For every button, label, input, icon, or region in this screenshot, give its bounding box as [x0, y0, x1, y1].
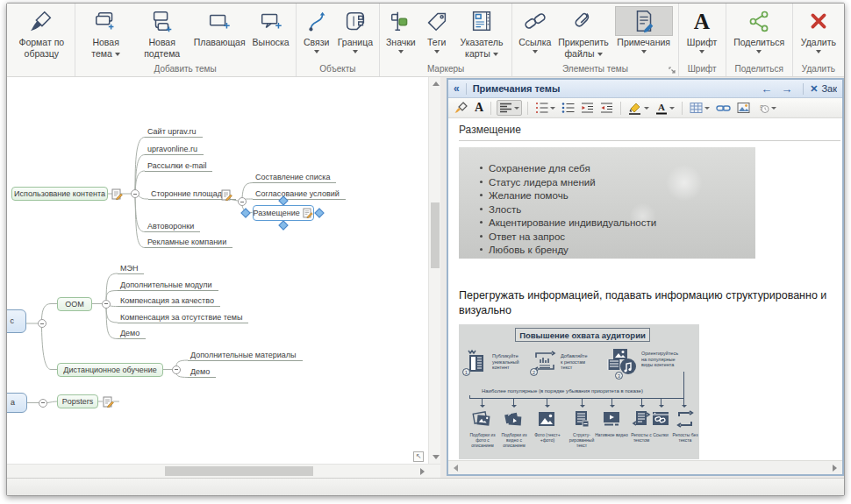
- topic-comp-quality[interactable]: Компенсация за качество: [118, 296, 220, 307]
- topic-demo-2[interactable]: Демо: [188, 367, 216, 378]
- close-panel-button[interactable]: ✕Зак: [810, 83, 837, 95]
- topic-list-building[interactable]: Составление списка: [253, 173, 336, 183]
- collapse-minus-button[interactable]: [172, 366, 181, 374]
- video-collection-icon: [504, 409, 523, 429]
- numbered-list-button[interactable]: [533, 101, 557, 115]
- note-editor-body[interactable]: Размещение Сохранение для себя Статус ли…: [448, 118, 842, 460]
- topic-terms[interactable]: Согласование условий: [253, 189, 346, 200]
- topic-ads[interactable]: Рекламные компании: [145, 238, 232, 248]
- callout-button[interactable]: Выноска: [250, 5, 292, 50]
- font-icon: A: [475, 102, 483, 114]
- note-title[interactable]: Размещение: [459, 124, 842, 140]
- dialog-launcher-icon[interactable]: [669, 67, 676, 75]
- topic-popsters[interactable]: Popsters: [57, 394, 98, 408]
- topic-men[interactable]: МЭН: [118, 264, 144, 274]
- scroll-left-arrow-icon[interactable]: [454, 465, 458, 472]
- font-button[interactable]: A Шрифт: [684, 5, 720, 55]
- new-subtopic-label: Новая подтема: [144, 37, 180, 59]
- tags-icon: [423, 7, 451, 35]
- ribbon-group-topic-elements: Ссылка Прикрепить файлы Примечания Элеме…: [511, 4, 678, 76]
- collapse-panel-button[interactable]: «: [454, 82, 460, 95]
- topic-site[interactable]: Сайт uprav.ru: [145, 127, 203, 138]
- insert-image-button[interactable]: [735, 101, 752, 115]
- topic-placement-selected[interactable]: Размещение: [253, 205, 314, 221]
- indent-button[interactable]: [598, 101, 615, 115]
- note-icon[interactable]: [221, 189, 232, 201]
- attach-files-button[interactable]: Прикрепить файлы: [555, 5, 611, 60]
- insert-link-button[interactable]: [714, 102, 733, 115]
- format-painter-button[interactable]: Формат по образцу: [12, 5, 71, 60]
- map-horizontal-scrollbar[interactable]: [7, 464, 440, 478]
- down-arrow-icon: [641, 398, 642, 405]
- new-topic-icon: [92, 7, 120, 35]
- topic-cut-left-2[interactable]: а: [7, 393, 27, 413]
- topic-comp-absence[interactable]: Компенсация за отсутствие темы: [118, 313, 248, 323]
- topic-email[interactable]: Рассылки e-mail: [145, 161, 212, 172]
- vertical-scroll-thumb[interactable]: [431, 202, 440, 268]
- relationships-button[interactable]: Связи: [300, 5, 333, 55]
- topic-demo-1[interactable]: Демо: [118, 329, 146, 339]
- map-canvas[interactable]: Использование контента Сайт uprav.ru upr…: [7, 77, 440, 478]
- notes-horizontal-scrollbar[interactable]: [448, 460, 842, 474]
- outdent-button[interactable]: [579, 101, 596, 115]
- note-icon[interactable]: [103, 396, 114, 408]
- boundary-button[interactable]: Граница: [335, 5, 375, 55]
- format-painter-small-button[interactable]: [453, 100, 470, 116]
- floating-topic-button[interactable]: Плавающая: [191, 5, 248, 50]
- note-icon[interactable]: [303, 208, 313, 218]
- topic-upravonline[interactable]: upravonline.ru: [145, 145, 204, 155]
- collapse-minus-button[interactable]: [131, 189, 139, 198]
- scroll-up-arrow-icon[interactable]: [433, 82, 440, 86]
- step-number: 2: [530, 368, 538, 376]
- map-index-button[interactable]: Указатель карты: [455, 5, 508, 60]
- bullet-list-button[interactable]: [560, 101, 576, 115]
- scroll-right-arrow-icon[interactable]: [833, 465, 837, 472]
- topic-distance-learning[interactable]: Дистанционное обучение: [57, 363, 163, 377]
- notes-icon: [616, 7, 672, 35]
- down-arrow-icon: [661, 398, 661, 405]
- font-color-button[interactable]: A: [654, 101, 676, 116]
- align-button[interactable]: [497, 100, 522, 116]
- dropdown-caret-icon: [514, 107, 519, 110]
- new-topic-button[interactable]: Новая тема: [79, 5, 133, 60]
- font-dialog-button[interactable]: A: [473, 101, 485, 115]
- highlight-button[interactable]: [626, 101, 651, 116]
- link-icon: [716, 103, 731, 114]
- notes-forward-button[interactable]: →: [781, 82, 792, 96]
- scroll-right-arrow-icon[interactable]: [420, 468, 425, 475]
- horizontal-scroll-thumb[interactable]: [165, 466, 313, 476]
- dropdown-caret-icon: [597, 53, 603, 56]
- collapse-minus-button[interactable]: [102, 300, 111, 309]
- topic-usage[interactable]: Использование контента: [11, 187, 108, 201]
- map-vertical-scrollbar[interactable]: [428, 77, 440, 464]
- topic-funnels[interactable]: Автоворонки: [145, 222, 200, 232]
- notes-back-button[interactable]: ←: [761, 82, 772, 96]
- topic-modules[interactable]: Дополнительные модули: [118, 280, 218, 291]
- new-subtopic-button[interactable]: Новая подтема: [135, 5, 190, 60]
- insert-table-button[interactable]: [688, 101, 712, 115]
- tags-button[interactable]: Теги: [420, 5, 454, 55]
- delete-button[interactable]: Удалить: [798, 5, 839, 55]
- svg-text:A: A: [694, 9, 711, 33]
- collapse-minus-button[interactable]: [38, 319, 46, 328]
- collapse-minus-button[interactable]: [39, 399, 47, 408]
- step-number: 3: [615, 372, 623, 380]
- insert-datetime-button[interactable]: 5: [754, 101, 778, 115]
- collapse-minus-button[interactable]: [238, 197, 247, 206]
- notes-button[interactable]: Примечания: [613, 5, 675, 55]
- icons-button[interactable]: Значки: [383, 5, 418, 55]
- numbered-list-icon: [535, 102, 548, 114]
- topic-materials[interactable]: Дополнительные материалы: [188, 351, 303, 361]
- share-button[interactable]: Поделиться: [731, 5, 787, 55]
- topic-cut-left-1[interactable]: с: [7, 309, 26, 333]
- format-painter-icon: [454, 101, 468, 115]
- topic-oom[interactable]: ООМ: [57, 297, 92, 311]
- map-viewport[interactable]: Использование контента Сайт uprav.ru upr…: [7, 77, 440, 464]
- fit-map-button[interactable]: ↖: [413, 451, 424, 462]
- delete-icon: [805, 7, 833, 35]
- link-button[interactable]: Ссылка: [516, 5, 554, 55]
- links-icon: [651, 409, 670, 429]
- scroll-down-arrow-icon[interactable]: [433, 455, 440, 459]
- note-icon[interactable]: [111, 188, 123, 200]
- dropdown-caret-icon: [771, 107, 776, 110]
